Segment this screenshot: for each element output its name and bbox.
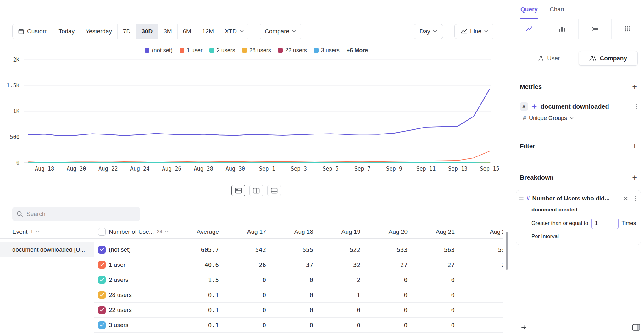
layout-toggle-group <box>226 185 286 196</box>
scope-company-button[interactable]: Company <box>579 51 638 66</box>
layout-toggle-bottom-panel[interactable] <box>267 185 281 196</box>
table-row: 22 users0.1000000 <box>94 303 503 318</box>
cell-value: 0 <box>461 322 503 329</box>
chevron-down-icon <box>570 117 574 119</box>
series-checkbox[interactable] <box>98 246 106 254</box>
table-header: Event 1 Number of Use... 24 Average Aug … <box>0 225 503 239</box>
breakdown-card: # Number of Users who did... document cr… <box>516 190 641 245</box>
x-axis-label: Sep 1 <box>259 166 275 172</box>
breakdown-event-name[interactable]: document created <box>531 207 637 213</box>
chart-type-tab-bar-chart[interactable] <box>546 19 579 39</box>
collapse-panel-button[interactable] <box>521 324 528 330</box>
series-rows: (not set)605.75425555225335635331 user40… <box>94 242 503 333</box>
y-axis-label: 1.5K <box>0 82 19 89</box>
cell-value: 0 <box>367 276 414 283</box>
cell-value: 0 <box>225 292 272 298</box>
chevron-down-icon <box>36 231 40 233</box>
line-chart <box>0 0 513 176</box>
line-chart-icon <box>525 25 533 33</box>
panel-toggle-button[interactable] <box>632 324 640 331</box>
metric-measure-selector[interactable]: # Unique Groups <box>513 115 644 122</box>
cell-value: 26 <box>225 261 272 268</box>
x-axis-label: Aug 18 <box>35 166 54 172</box>
chart-module: CustomTodayYesterday7D30D3M6M12MXTD Comp… <box>0 0 513 333</box>
cell-value: 0 <box>461 292 503 298</box>
side-panel-icon <box>632 324 640 331</box>
condition-value-input[interactable] <box>591 218 619 229</box>
series-checkbox[interactable] <box>98 321 106 329</box>
event-column-header[interactable]: Event 1 <box>0 228 94 235</box>
date-column-header: Aug 17 <box>225 228 272 235</box>
cell-value: 533 <box>461 246 503 253</box>
chart-type-tab-more-charts[interactable] <box>612 19 644 39</box>
check-icon <box>100 278 104 281</box>
cell-value: 0 <box>414 307 461 314</box>
x-axis-label: Aug 28 <box>194 166 213 172</box>
series-checkbox[interactable] <box>98 291 106 299</box>
metric-event-name[interactable]: document downloaded <box>541 103 632 110</box>
cell-value: 0 <box>272 307 319 314</box>
kebab-menu-icon[interactable] <box>635 195 637 202</box>
cell-value: 0 <box>367 307 414 314</box>
series-label: 28 users <box>109 292 181 298</box>
cell-value: 0 <box>225 322 272 329</box>
x-axis-label: Sep 3 <box>291 166 307 172</box>
cell-value: 0 <box>272 292 319 298</box>
event-list: document downloaded [U... <box>0 242 94 333</box>
kebab-menu-icon[interactable] <box>635 103 637 110</box>
per-interval-label[interactable]: Per Interval <box>531 233 637 240</box>
date-column-header: Aug 21 <box>414 228 461 235</box>
cell-value: 0 <box>461 307 503 314</box>
add-breakdown-button[interactable]: + <box>632 173 637 182</box>
add-metric-button[interactable]: + <box>632 83 637 91</box>
y-axis-label: 500 <box>0 134 19 140</box>
event-list-item[interactable]: document downloaded [U... <box>0 242 94 257</box>
layout-toggle-split-horizontal[interactable] <box>231 185 245 196</box>
series-checkbox[interactable] <box>98 276 106 284</box>
cell-value: 0 <box>272 276 319 283</box>
series-checkbox[interactable] <box>98 306 106 314</box>
cell-value: 27 <box>367 261 414 268</box>
bottom-panel-icon <box>271 188 278 194</box>
date-column-header: Aug 18 <box>272 228 319 235</box>
group-column-header[interactable]: Number of Use... 24 <box>109 228 181 235</box>
panel-tabs: Query Chart <box>513 0 644 19</box>
close-icon[interactable] <box>624 196 628 201</box>
search-input[interactable] <box>26 210 136 217</box>
cell-value: 27 <box>414 261 461 268</box>
series-checkbox[interactable] <box>98 261 106 269</box>
hash-icon: # <box>526 195 530 202</box>
cell-value: 0 <box>225 307 272 314</box>
add-filter-button[interactable]: + <box>632 142 637 150</box>
cell-value: 542 <box>225 246 272 253</box>
select-all-checkbox[interactable] <box>98 228 106 236</box>
table-row: 1 user40.6263732272728 <box>94 257 503 272</box>
check-icon <box>100 248 104 251</box>
series-label: 1 user <box>109 261 181 268</box>
check-icon <box>100 308 104 312</box>
layout-toggle-split-vertical[interactable] <box>249 185 263 196</box>
drag-handle-icon[interactable] <box>519 196 524 201</box>
table-scrollbar[interactable] <box>506 232 508 270</box>
cell-value: 0 <box>272 322 319 329</box>
metrics-title: Metrics <box>520 83 542 90</box>
split-horizontal-icon <box>235 188 242 194</box>
bar-chart-icon <box>558 25 566 33</box>
series-label: 3 users <box>109 322 181 329</box>
cell-value: 2 <box>319 276 367 283</box>
chart-type-tab-flow[interactable] <box>579 19 612 39</box>
table-row: 2 users1.5002000 <box>94 272 503 287</box>
tab-chart[interactable]: Chart <box>550 0 564 19</box>
average-value: 0.1 <box>181 307 225 314</box>
average-column-header: Average <box>181 228 225 235</box>
scope-user-button[interactable]: User <box>519 51 579 66</box>
cell-value: 0 <box>414 322 461 329</box>
series-label: 22 users <box>109 307 181 314</box>
breakdown-title: Breakdown <box>520 174 554 181</box>
condition-operator[interactable]: Greater than or equal to <box>531 220 588 227</box>
y-axis-label: 2K <box>0 56 19 63</box>
more-charts-icon <box>625 26 631 32</box>
breakdown-card-title[interactable]: Number of Users who did... <box>532 195 621 202</box>
chart-type-tab-line-chart[interactable] <box>513 19 546 39</box>
tab-query[interactable]: Query <box>520 0 538 19</box>
